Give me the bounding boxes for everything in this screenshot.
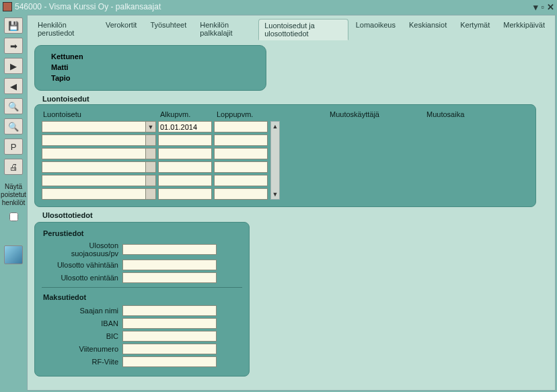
benefit-combo[interactable] bbox=[42, 188, 156, 200]
p-button[interactable]: P bbox=[4, 139, 23, 155]
tab-body: Kettunen Matti Tapio Luontoisedut Luonto… bbox=[28, 40, 555, 390]
tab-verokortit[interactable]: Verokortit bbox=[100, 18, 143, 40]
end-input[interactable] bbox=[214, 188, 268, 200]
zoom-button[interactable]: 🔍 bbox=[4, 118, 23, 134]
col-user: Muutoskäyttäjä bbox=[330, 110, 424, 118]
col-end: Loppupvm. bbox=[217, 110, 270, 118]
magnifier-icon: 🔍 bbox=[8, 122, 19, 132]
chevron-down-icon[interactable] bbox=[145, 148, 156, 159]
app-icon bbox=[3, 2, 12, 11]
chevron-right-icon: ▶ bbox=[10, 61, 17, 71]
benefit-combo[interactable]: ▼ bbox=[42, 121, 156, 132]
start-input[interactable] bbox=[158, 121, 212, 132]
iban-input[interactable] bbox=[122, 318, 217, 329]
person-lastname: Kettunen bbox=[51, 51, 256, 62]
logo-icon bbox=[4, 245, 23, 264]
titlebar: 546000 - Visma Kurssi Oy - palkansaajat … bbox=[0, 0, 557, 13]
benefit-combo[interactable] bbox=[42, 161, 156, 173]
ulosotto-panel: Perustiedot Ulosoton suojaosuus/pv Uloso… bbox=[34, 222, 250, 377]
tab-luontoisedut[interactable]: Luontoisedut ja ulosottotiedot bbox=[258, 19, 348, 40]
benefit-combo[interactable] bbox=[42, 134, 156, 146]
show-deleted-label: Näytä poistetut henkilöt bbox=[1, 183, 26, 207]
chevron-down-icon[interactable]: ▼ bbox=[145, 121, 156, 132]
saaja-label: Saajan nimi bbox=[42, 307, 122, 315]
scroll-down-icon[interactable]: ▼ bbox=[272, 191, 278, 198]
vahintaan-input[interactable] bbox=[122, 260, 217, 270]
tab-tyosuhteet[interactable]: Työsuhteet bbox=[144, 18, 192, 40]
benefit-input[interactable] bbox=[42, 134, 145, 146]
exit-button[interactable]: ➡ bbox=[4, 38, 23, 54]
close-icon[interactable]: ✕ bbox=[547, 2, 554, 12]
chevron-left-icon: ◀ bbox=[10, 81, 17, 91]
benefit-combo[interactable] bbox=[42, 148, 156, 159]
minimize-icon[interactable]: ▾ bbox=[533, 2, 538, 12]
tab-kertymat[interactable]: Kertymät bbox=[454, 18, 496, 40]
iban-label: IBAN bbox=[42, 319, 122, 327]
tab-perustiedot[interactable]: Henkilön perustiedot bbox=[32, 18, 98, 40]
benefit-input[interactable] bbox=[42, 161, 145, 173]
tab-keskiansiot[interactable]: Keskiansiot bbox=[403, 18, 453, 40]
end-input[interactable] bbox=[214, 148, 268, 159]
rfviite-input[interactable] bbox=[122, 356, 217, 367]
print-button[interactable]: 🖨 bbox=[4, 159, 23, 175]
save-button[interactable]: 💾 bbox=[4, 17, 23, 34]
start-input[interactable] bbox=[158, 134, 212, 146]
start-input[interactable] bbox=[158, 148, 212, 159]
separator bbox=[42, 287, 242, 288]
suojaosuus-input[interactable] bbox=[122, 244, 217, 255]
chevron-down-icon[interactable] bbox=[145, 161, 156, 173]
window-title: 546000 - Visma Kurssi Oy - palkansaajat bbox=[15, 2, 533, 11]
start-input[interactable] bbox=[158, 161, 212, 173]
benefit-input[interactable] bbox=[42, 175, 145, 186]
end-input[interactable] bbox=[214, 175, 268, 186]
person-middlename: Tapio bbox=[51, 73, 256, 83]
enintaan-label: Ulosotto enintään bbox=[42, 274, 122, 282]
chevron-down-icon[interactable] bbox=[145, 134, 156, 146]
luontoisedut-title: Luontoisedut bbox=[42, 95, 548, 103]
show-deleted-checkbox[interactable] bbox=[9, 212, 18, 221]
start-input[interactable] bbox=[158, 188, 212, 200]
end-input[interactable] bbox=[214, 121, 268, 132]
printer-icon: 🖨 bbox=[9, 162, 18, 172]
suojaosuus-label: Ulosoton suojaosuus/pv bbox=[42, 241, 122, 258]
benefit-input[interactable] bbox=[42, 188, 145, 200]
end-input[interactable] bbox=[214, 161, 268, 173]
tab-merkkipaivat[interactable]: Merkkipäivät bbox=[497, 18, 551, 40]
maximize-icon[interactable]: ▫ bbox=[541, 2, 544, 12]
grid-scrollbar[interactable]: ▲ ▼ bbox=[270, 121, 280, 200]
person-firstname: Matti bbox=[51, 62, 256, 73]
bic-input[interactable] bbox=[122, 331, 217, 342]
prev-button[interactable]: ◀ bbox=[4, 78, 23, 94]
viite-label: Viitenumero bbox=[42, 345, 122, 353]
benefit-input[interactable] bbox=[42, 121, 145, 132]
ulosotto-title: Ulosottotiedot bbox=[42, 211, 548, 219]
benefit-combo[interactable] bbox=[42, 175, 156, 186]
benefit-input[interactable] bbox=[42, 148, 145, 159]
saaja-input[interactable] bbox=[122, 305, 217, 316]
start-input[interactable] bbox=[158, 175, 212, 186]
search-button[interactable]: 🔍 bbox=[4, 98, 23, 114]
workspace: Henkilön perustiedot Verokortit Työsuhte… bbox=[27, 15, 556, 391]
chevron-down-icon[interactable] bbox=[145, 188, 156, 200]
floppy-icon: 💾 bbox=[8, 21, 19, 31]
bic-label: BIC bbox=[42, 332, 122, 340]
col-benefit: Luontoisetu bbox=[43, 110, 157, 118]
chevron-down-icon[interactable] bbox=[145, 175, 156, 186]
person-namecard: Kettunen Matti Tapio bbox=[34, 45, 266, 91]
col-time: Muutosaika bbox=[426, 110, 507, 118]
end-input[interactable] bbox=[214, 134, 268, 146]
luontoisedut-grid: ▼ bbox=[42, 121, 268, 200]
scroll-up-icon[interactable]: ▲ bbox=[272, 123, 278, 130]
maksutiedot-title: Maksutiedot bbox=[43, 293, 242, 301]
rfviite-label: RF-Viite bbox=[42, 358, 122, 366]
arrow-right-icon: ➡ bbox=[10, 41, 17, 51]
enintaan-input[interactable] bbox=[122, 272, 217, 283]
vahintaan-label: Ulosotto vähintään bbox=[42, 261, 122, 269]
tab-palkkalajit[interactable]: Henkilön palkkalajit bbox=[194, 18, 257, 40]
viite-input[interactable] bbox=[122, 344, 217, 354]
perustiedot-title: Perustiedot bbox=[43, 229, 242, 237]
search-icon: 🔍 bbox=[8, 102, 19, 112]
tab-lomaoikeus[interactable]: Lomaoikeus bbox=[350, 18, 402, 40]
next-button[interactable]: ▶ bbox=[4, 58, 23, 74]
tab-bar: Henkilön perustiedot Verokortit Työsuhte… bbox=[28, 15, 555, 40]
